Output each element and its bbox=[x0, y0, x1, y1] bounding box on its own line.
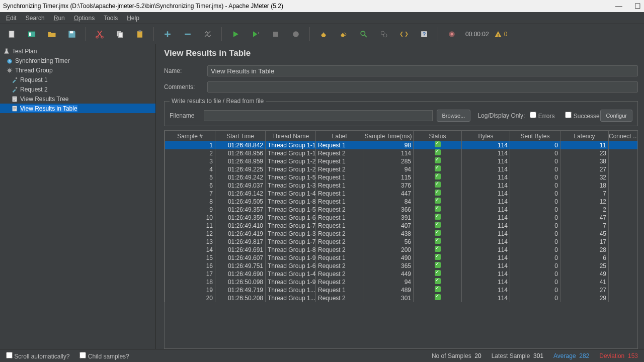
errors-checkbox[interactable] bbox=[530, 112, 536, 118]
table-row[interactable]: 601:26:49.037Thread Group 1-3Request 137… bbox=[165, 182, 638, 190]
col-header[interactable]: Sample Time(ms) bbox=[363, 131, 414, 141]
svg-rect-0 bbox=[9, 31, 14, 37]
menu-help[interactable]: Help bbox=[123, 14, 143, 23]
col-header[interactable]: Status bbox=[414, 131, 462, 141]
shutdown-button[interactable] bbox=[287, 27, 304, 42]
table-row[interactable]: 1901:26:49.719Thread Group 1...Request 1… bbox=[165, 286, 638, 294]
scroll-auto-checkbox[interactable] bbox=[6, 352, 13, 358]
table-row[interactable]: 1101:26:49.410Thread Group 1-7Request 14… bbox=[165, 222, 638, 230]
test-plan-tree[interactable]: Test PlanSynchronizing TimerThread Group… bbox=[0, 44, 156, 349]
collapse-button[interactable] bbox=[179, 27, 196, 42]
latest-sample-value: 301 bbox=[533, 352, 543, 359]
warning-badge[interactable]: ! 0 bbox=[494, 30, 508, 38]
filename-input[interactable] bbox=[204, 110, 433, 121]
name-input[interactable] bbox=[207, 65, 638, 76]
window-title: Synchronizing Timer.jmx (D:\Tools\apache… bbox=[3, 3, 283, 10]
save-button[interactable] bbox=[63, 27, 80, 42]
menu-search[interactable]: Search bbox=[22, 14, 49, 23]
child-samples-checkbox[interactable] bbox=[79, 352, 86, 358]
table-row[interactable]: 101:26:48.842Thread Group 1-1Request 198… bbox=[165, 141, 638, 149]
tree-item-view-results-tree[interactable]: View Results Tree bbox=[0, 94, 155, 104]
col-header[interactable]: Connect Tim bbox=[609, 131, 638, 141]
col-header[interactable]: Start Time bbox=[215, 131, 266, 141]
function-helper-button[interactable] bbox=[395, 27, 413, 42]
tree-icon bbox=[6, 57, 13, 64]
table-row[interactable]: 2001:26:50.208Thread Group 1...Request 2… bbox=[165, 294, 638, 302]
start-button[interactable] bbox=[227, 27, 244, 42]
configure-button[interactable]: Configur bbox=[600, 110, 632, 122]
table-row[interactable]: 901:26:49.357Thread Group 1-5Request 236… bbox=[165, 206, 638, 214]
tree-item-thread-group[interactable]: Thread Group bbox=[0, 65, 155, 75]
open-button[interactable] bbox=[43, 27, 60, 42]
table-row[interactable]: 1501:26:49.607Thread Group 1-9Request 14… bbox=[165, 254, 638, 262]
col-header[interactable]: Sent Bytes bbox=[510, 131, 560, 141]
svg-point-12 bbox=[361, 31, 365, 35]
scroll-auto-checkbox-label[interactable]: Scroll automatically? bbox=[6, 352, 69, 360]
svg-point-4 bbox=[96, 36, 98, 38]
menubar: Edit Search Run Options Tools Help bbox=[0, 12, 644, 24]
status-success-icon bbox=[435, 141, 441, 147]
table-row[interactable]: 1801:26:50.098Thread Group 1-9Request 29… bbox=[165, 278, 638, 286]
table-row[interactable]: 1401:26:49.691Thread Group 1-8Request 22… bbox=[165, 246, 638, 254]
table-row[interactable]: 801:26:49.505Thread Group 1-8Request 184… bbox=[165, 198, 638, 206]
table-row[interactable]: 1701:26:49.690Thread Group 1-4Request 24… bbox=[165, 270, 638, 278]
deviation-label: Deviation bbox=[599, 352, 624, 359]
svg-point-11 bbox=[293, 31, 299, 37]
cut-button[interactable] bbox=[91, 27, 108, 42]
copy-button[interactable] bbox=[111, 27, 128, 42]
tree-item-request-2[interactable]: Request 2 bbox=[0, 84, 155, 94]
expand-button[interactable] bbox=[159, 27, 176, 42]
tree-item-label: View Results Tree bbox=[20, 96, 69, 103]
templates-button[interactable] bbox=[23, 27, 40, 42]
clear-button[interactable] bbox=[315, 27, 332, 42]
table-row[interactable]: 1601:26:49.751Thread Group 1-6Request 23… bbox=[165, 262, 638, 270]
new-button[interactable] bbox=[3, 27, 20, 42]
comments-input[interactable] bbox=[207, 81, 638, 93]
svg-point-5 bbox=[101, 36, 103, 38]
svg-point-13 bbox=[381, 31, 384, 35]
thread-dump-button[interactable] bbox=[443, 27, 460, 42]
help-button[interactable]: ? bbox=[416, 27, 433, 42]
table-row[interactable]: 501:26:49.242Thread Group 1-5Request 111… bbox=[165, 173, 638, 182]
status-success-icon bbox=[435, 294, 441, 300]
results-table[interactable]: Sample #Start TimeThread NameLabelSample… bbox=[165, 131, 638, 302]
table-row[interactable]: 701:26:49.142Thread Group 1-4Request 144… bbox=[165, 190, 638, 198]
minimize-button[interactable]: — bbox=[615, 2, 622, 10]
svg-point-18 bbox=[451, 33, 453, 35]
clear-all-button[interactable] bbox=[335, 27, 352, 42]
errors-checkbox-label[interactable]: Errors bbox=[530, 112, 560, 120]
toggle-button[interactable] bbox=[199, 27, 216, 42]
col-header[interactable]: Thread Name bbox=[266, 131, 316, 141]
table-row[interactable]: 1201:26:49.419Thread Group 1-3Request 24… bbox=[165, 230, 638, 238]
successes-checkbox[interactable] bbox=[565, 112, 572, 118]
toolbar: ? 00:00:02 ! 0 bbox=[0, 24, 644, 44]
menu-tools[interactable]: Tools bbox=[100, 14, 122, 23]
successes-checkbox-label[interactable]: Successes bbox=[565, 112, 595, 120]
table-row[interactable]: 201:26:48.956Thread Group 1-1Request 211… bbox=[165, 149, 638, 157]
status-success-icon bbox=[435, 230, 441, 236]
child-samples-checkbox-label[interactable]: Child samples? bbox=[79, 352, 129, 360]
table-row[interactable]: 301:26:48.959Thread Group 1-2Request 128… bbox=[165, 157, 638, 165]
table-row[interactable]: 401:26:49.225Thread Group 1-2Request 294… bbox=[165, 165, 638, 173]
col-header[interactable]: Bytes bbox=[462, 131, 510, 141]
table-row[interactable]: 1301:26:49.817Thread Group 1-7Request 25… bbox=[165, 238, 638, 246]
browse-button[interactable]: Browse... bbox=[437, 110, 471, 122]
start-no-pauses-button[interactable] bbox=[247, 27, 264, 42]
maximize-button[interactable]: ☐ bbox=[634, 2, 641, 10]
tree-item-test-plan[interactable]: Test Plan bbox=[0, 46, 155, 56]
tree-item-synchronizing-timer[interactable]: Synchronizing Timer bbox=[0, 56, 155, 65]
search-button[interactable] bbox=[355, 27, 372, 42]
col-header[interactable]: Label bbox=[316, 131, 363, 141]
tree-item-view-results-in-table[interactable]: View Results in Table bbox=[0, 104, 155, 113]
menu-run[interactable]: Run bbox=[50, 14, 69, 23]
menu-options[interactable]: Options bbox=[70, 14, 99, 23]
tree-item-request-1[interactable]: Request 1 bbox=[0, 75, 155, 84]
write-read-legend: Write results to file / Read from file bbox=[170, 98, 266, 105]
paste-button[interactable] bbox=[131, 27, 148, 42]
table-row[interactable]: 1001:26:49.359Thread Group 1-6Request 13… bbox=[165, 214, 638, 222]
stop-button[interactable] bbox=[267, 27, 284, 42]
reset-search-button[interactable] bbox=[375, 27, 392, 42]
col-header[interactable]: Sample # bbox=[165, 131, 215, 141]
col-header[interactable]: Latency bbox=[560, 131, 609, 141]
menu-edit[interactable]: Edit bbox=[2, 14, 21, 23]
